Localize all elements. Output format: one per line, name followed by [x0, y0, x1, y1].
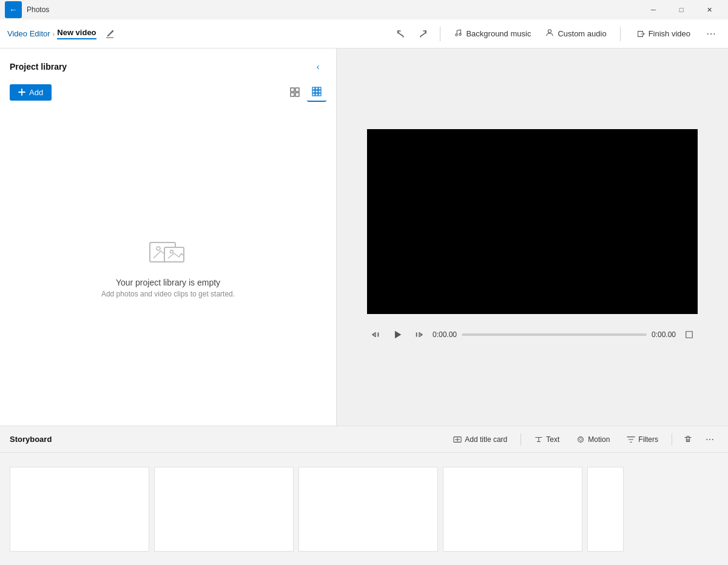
progress-bar[interactable] — [462, 333, 647, 336]
redo-icon — [418, 29, 428, 39]
empty-text: Your project library is empty — [116, 278, 220, 287]
finish-video-button[interactable]: Finish video — [628, 26, 699, 41]
toolbar-divider-1 — [440, 27, 440, 41]
text-icon — [534, 435, 543, 444]
storyboard-more-button[interactable]: ⋯ — [701, 431, 718, 448]
toolbar-divider-2 — [620, 27, 621, 41]
close-button[interactable]: ✕ — [695, 0, 723, 19]
video-player — [367, 129, 698, 314]
main-toolbar: Video Editor › New video — [0, 19, 728, 48]
svg-rect-20 — [378, 332, 379, 336]
svg-rect-9 — [318, 87, 321, 90]
time-start: 0:00.00 — [433, 330, 457, 339]
music-note-icon — [454, 28, 462, 37]
title-card-icon — [453, 435, 462, 444]
storyboard-slot-1[interactable] — [10, 467, 149, 552]
filters-icon — [627, 435, 635, 444]
plus-icon — [18, 89, 25, 96]
library-toolbar: Add — [0, 80, 336, 109]
export-icon — [636, 30, 645, 38]
window-controls: ─ □ ✕ — [639, 0, 723, 19]
breadcrumb-link-video-editor[interactable]: Video Editor — [7, 29, 50, 38]
filters-label: Filters — [638, 435, 658, 444]
forward-button[interactable] — [411, 326, 428, 343]
grid-small-view-button[interactable] — [307, 82, 326, 102]
delete-icon — [684, 435, 692, 444]
minimize-button[interactable]: ─ — [639, 0, 667, 19]
rewind-icon — [371, 330, 380, 339]
svg-rect-15 — [318, 93, 321, 96]
svg-rect-13 — [312, 93, 315, 96]
more-icon: ⋯ — [706, 28, 716, 39]
storyboard-slot-5-partial[interactable] — [587, 467, 624, 552]
music-icon — [454, 28, 462, 39]
library-title: Project library — [10, 62, 67, 72]
add-media-button[interactable]: Add — [10, 84, 52, 101]
storyboard-delete-button[interactable] — [679, 431, 696, 448]
time-end: 0:00.00 — [652, 330, 676, 339]
toolbar-more-button[interactable]: ⋯ — [701, 24, 721, 44]
empty-subtext: Add photos and video clips to get starte… — [101, 290, 235, 298]
custom-audio-label: Custom audio — [558, 29, 606, 38]
svg-rect-6 — [295, 93, 299, 96]
storyboard-slot-4[interactable] — [443, 467, 582, 552]
motion-icon — [576, 435, 585, 444]
svg-rect-7 — [312, 87, 315, 90]
forward-icon — [415, 330, 423, 339]
app-title: Photos — [27, 5, 49, 14]
add-title-card-label: Add title card — [465, 435, 507, 444]
storyboard-more-icon: ⋯ — [706, 435, 714, 444]
text-label: Text — [546, 435, 559, 444]
edit-title-button[interactable] — [101, 25, 118, 42]
view-toggle — [285, 82, 326, 102]
text-button[interactable]: Text — [528, 433, 565, 446]
storyboard-title: Storyboard — [10, 435, 52, 444]
empty-media-icon — [149, 236, 187, 270]
library-collapse-button[interactable]: ‹ — [309, 58, 326, 75]
breadcrumb-current: New video — [57, 28, 96, 39]
play-button[interactable] — [389, 326, 406, 343]
storyboard-slot-3[interactable] — [298, 467, 438, 552]
background-music-label: Background music — [466, 29, 531, 38]
svg-point-2 — [548, 30, 551, 33]
person-icon — [545, 28, 554, 37]
svg-rect-3 — [291, 88, 294, 92]
video-preview-panel: 0:00.00 0:00.00 — [337, 48, 728, 426]
maximize-button[interactable]: □ — [667, 0, 695, 19]
svg-rect-8 — [315, 87, 318, 90]
background-music-button[interactable]: Background music — [448, 25, 537, 42]
back-button[interactable]: ← — [5, 1, 22, 18]
add-title-card-button[interactable]: Add title card — [447, 433, 513, 446]
storyboard-content — [0, 453, 728, 565]
main-layout: Project library ‹ Add — [0, 48, 728, 426]
storyboard-divider-2 — [672, 433, 672, 446]
library-empty-state: Your project library is empty Add photos… — [0, 109, 336, 426]
breadcrumb-separator: › — [53, 30, 55, 38]
custom-audio-button[interactable]: Custom audio — [539, 25, 612, 42]
grid-small-icon — [312, 87, 322, 96]
svg-rect-21 — [416, 332, 417, 336]
collapse-icon: ‹ — [317, 62, 320, 72]
svg-rect-10 — [312, 90, 315, 93]
motion-button[interactable]: Motion — [570, 433, 616, 446]
fullscreen-icon — [685, 330, 693, 339]
play-icon — [393, 330, 402, 339]
storyboard-slot-2[interactable] — [154, 467, 294, 552]
title-bar: ← Photos ─ □ ✕ — [0, 0, 728, 19]
toolbar-actions: Background music Custom audio Finish vid… — [391, 24, 721, 44]
filters-button[interactable]: Filters — [621, 433, 664, 446]
rewind-button[interactable] — [367, 326, 384, 343]
svg-rect-11 — [315, 90, 318, 93]
storyboard-header: Storyboard Add title card Text Motion — [0, 426, 728, 453]
storyboard-panel: Storyboard Add title card Text Motion — [0, 426, 728, 565]
redo-button[interactable] — [413, 24, 433, 44]
back-icon: ← — [9, 5, 18, 15]
library-header: Project library ‹ — [0, 48, 336, 80]
undo-button[interactable] — [391, 24, 411, 44]
undo-icon — [396, 29, 406, 39]
svg-point-17 — [157, 247, 160, 250]
fullscreen-button[interactable] — [681, 326, 698, 343]
finish-video-label: Finish video — [649, 29, 690, 38]
grid-view-button[interactable] — [285, 82, 305, 102]
project-library-panel: Project library ‹ Add — [0, 48, 337, 426]
